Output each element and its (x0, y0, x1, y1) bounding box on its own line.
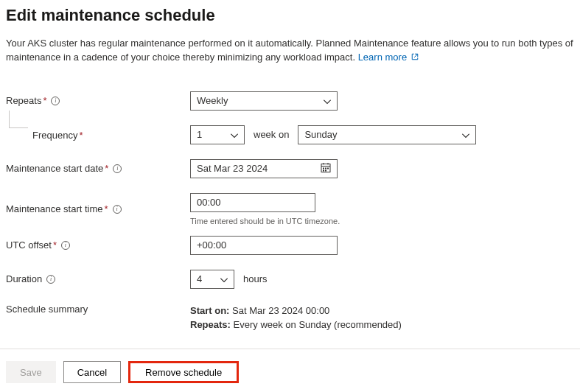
save-button: Save (6, 361, 56, 383)
svg-rect-8 (325, 169, 326, 171)
repeats-label: Repeats* i (6, 95, 190, 106)
chevron-down-icon (462, 129, 469, 140)
svg-rect-5 (325, 167, 326, 169)
description-text: Your AKS cluster has regular maintenance… (6, 37, 574, 65)
info-icon[interactable]: i (113, 205, 122, 214)
utc-offset-input[interactable]: +00:00 (190, 236, 338, 255)
duration-select[interactable]: 4 (190, 270, 234, 289)
frequency-mid-text: week on (254, 129, 289, 140)
start-date-input[interactable]: Sat Mar 23 2024 (190, 159, 338, 178)
summary-label: Schedule summary (6, 304, 190, 315)
start-time-input[interactable]: 00:00 (190, 193, 315, 212)
footer-divider (0, 349, 580, 349)
svg-rect-6 (327, 167, 329, 169)
frequency-label: Frequency* (32, 130, 83, 141)
info-icon[interactable]: i (51, 97, 60, 105)
external-link-icon (411, 51, 419, 58)
duration-label: Duration i (6, 273, 190, 284)
cancel-button[interactable]: Cancel (63, 361, 121, 383)
summary-content: Start on: Sat Mar 23 2024 00:00 Repeats:… (190, 304, 402, 332)
utc-offset-label: UTC offset* i (6, 239, 190, 251)
remove-schedule-button[interactable]: Remove schedule (128, 361, 239, 383)
chevron-down-icon (220, 273, 228, 284)
indent-connector (9, 111, 28, 128)
learn-more-link[interactable]: Learn more (358, 52, 419, 63)
chevron-down-icon (231, 129, 238, 140)
start-time-label: Maintenance start time* i (6, 203, 190, 214)
info-icon[interactable]: i (113, 164, 122, 173)
chevron-down-icon (324, 95, 331, 106)
frequency-count-select[interactable]: 1 (190, 125, 245, 144)
page-title: Edit maintenance schedule (6, 6, 574, 25)
info-icon[interactable]: i (61, 241, 70, 250)
calendar-icon (321, 162, 331, 175)
frequency-day-select[interactable]: Sunday (298, 125, 476, 144)
svg-rect-7 (323, 169, 324, 171)
svg-rect-4 (323, 167, 324, 169)
start-time-hint: Time entered should be in UTC timezone. (190, 217, 340, 225)
repeats-select[interactable]: Weekly (190, 91, 338, 111)
duration-unit: hours (243, 273, 268, 284)
start-date-label: Maintenance start date* i (6, 163, 190, 174)
info-icon[interactable]: i (46, 275, 55, 284)
